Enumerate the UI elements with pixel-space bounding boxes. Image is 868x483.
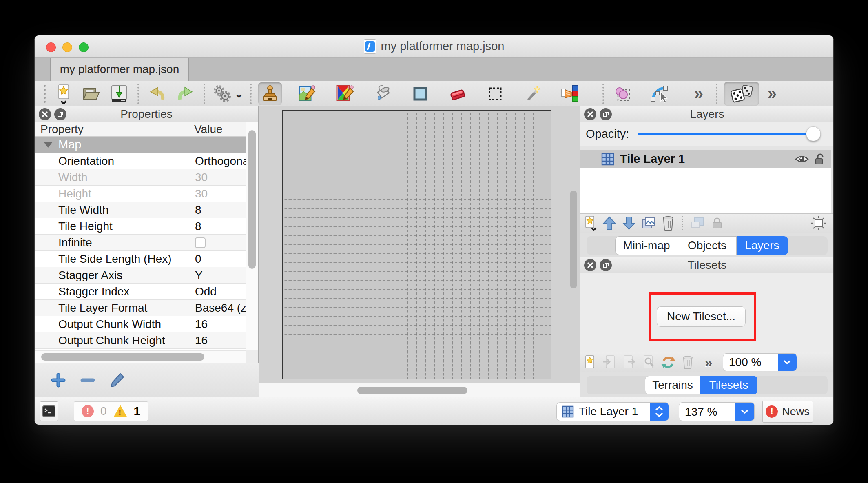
execute-commands-button[interactable]: ⌄ xyxy=(212,82,244,105)
pencil-icon xyxy=(109,372,125,388)
highlight-layers-button-disabled[interactable] xyxy=(688,214,707,232)
dropdown-button[interactable] xyxy=(778,354,797,371)
map-grid[interactable] xyxy=(282,110,551,379)
opacity-slider[interactable] xyxy=(638,126,817,141)
tab-layers[interactable]: Layers xyxy=(737,236,788,255)
property-row[interactable]: Stagger Index Odd xyxy=(35,284,246,300)
scrollbar-thumb[interactable] xyxy=(248,130,256,269)
save-map-button[interactable] xyxy=(107,82,131,105)
random-mode-toggle[interactable] xyxy=(724,82,759,106)
layer-unlocked-icon[interactable] xyxy=(815,153,825,165)
select-objects-tool[interactable] xyxy=(611,82,634,105)
property-row[interactable]: Output Chunk Width 16 xyxy=(35,316,246,332)
terrain-brush-tool[interactable] xyxy=(296,82,319,105)
highlight-current-layer-toggle[interactable] xyxy=(809,214,828,232)
new-tileset-button[interactable]: New Tileset... xyxy=(657,306,746,327)
export-tileset-button-disabled[interactable] xyxy=(619,353,639,371)
properties-vertical-scrollbar[interactable] xyxy=(246,122,258,350)
property-row[interactable]: Orientation Orthogonal xyxy=(35,153,246,169)
close-panel-button[interactable] xyxy=(39,108,51,120)
new-layer-button[interactable] xyxy=(580,214,600,232)
dropdown-button[interactable] xyxy=(735,403,754,421)
float-panel-button[interactable] xyxy=(600,259,612,271)
edit-tileset-button-disabled[interactable] xyxy=(639,353,658,371)
stepper-button[interactable] xyxy=(650,402,669,421)
properties-column-header: Property Value xyxy=(35,122,258,137)
stamp-brush-tool[interactable] xyxy=(258,82,282,105)
canvas-vertical-scrollbar[interactable] xyxy=(570,106,578,381)
tab-tilesets[interactable]: Tilesets xyxy=(700,376,757,394)
toolbar-overflow-button[interactable]: » xyxy=(686,82,709,105)
undo-button[interactable] xyxy=(146,82,169,105)
infinite-checkbox[interactable] xyxy=(195,237,206,248)
remove-tileset-button-disabled[interactable] xyxy=(678,353,698,371)
magic-wand-tool[interactable] xyxy=(521,82,545,105)
open-map-button[interactable] xyxy=(80,82,103,105)
layer-row-selected[interactable]: Tile Layer 1 xyxy=(580,150,831,168)
tilesets-toolbar-overflow[interactable]: » xyxy=(698,353,717,371)
property-row[interactable]: Tile Side Length (Hex) 0 xyxy=(35,251,246,267)
tab-objects[interactable]: Objects xyxy=(678,236,737,255)
reload-tileset-button[interactable] xyxy=(658,353,678,371)
float-panel-button[interactable] xyxy=(54,108,66,120)
new-tileset-toolbar-button[interactable] xyxy=(580,353,600,371)
current-layer-select[interactable]: Tile Layer 1 xyxy=(556,402,669,421)
slider-track[interactable] xyxy=(638,133,817,135)
duplicate-layer-button[interactable] xyxy=(639,214,658,232)
issues-counter[interactable]: ! 0 ! 1 xyxy=(74,401,148,421)
layer-visible-eye-icon[interactable] xyxy=(795,154,809,164)
scrollbar-thumb[interactable] xyxy=(41,353,204,361)
redo-button[interactable] xyxy=(173,82,197,105)
property-row[interactable]: Stagger Axis Y xyxy=(35,267,246,284)
tilesets-panel-header: Tilesets xyxy=(580,257,834,273)
title-bar[interactable]: my platformer map.json xyxy=(35,35,833,58)
lock-layer-button-disabled[interactable] xyxy=(707,214,727,232)
map-canvas[interactable] xyxy=(259,106,580,397)
delete-layer-button[interactable] xyxy=(658,214,678,232)
remove-property-button[interactable] xyxy=(79,371,97,389)
console-toggle-button[interactable] xyxy=(40,401,58,421)
toolbar-drag-handle[interactable] xyxy=(44,85,46,103)
collapse-triangle-icon[interactable] xyxy=(44,142,53,148)
minimize-window-button[interactable] xyxy=(62,42,72,52)
open-folder-icon xyxy=(82,86,101,102)
close-window-button[interactable] xyxy=(46,42,56,52)
edit-property-button[interactable] xyxy=(108,371,126,389)
canvas-horizontal-scrollbar[interactable] xyxy=(259,383,580,397)
bucket-fill-tool[interactable] xyxy=(371,82,394,105)
document-tab-active[interactable]: my platformer map.json xyxy=(50,58,189,81)
lower-layer-button[interactable] xyxy=(619,214,639,232)
add-property-button[interactable] xyxy=(49,371,67,389)
tab-mini-map[interactable]: Mini-map xyxy=(615,236,678,255)
tab-terrains[interactable]: Terrains xyxy=(645,376,700,394)
close-panel-button[interactable] xyxy=(584,259,596,271)
rectangular-select-tool[interactable] xyxy=(483,82,507,105)
property-row[interactable]: Infinite xyxy=(35,235,246,251)
chevron-down-icon xyxy=(655,412,663,417)
select-same-tile-tool[interactable] xyxy=(558,82,582,105)
properties-horizontal-scrollbar[interactable] xyxy=(35,350,246,363)
shape-fill-tool[interactable] xyxy=(408,82,432,105)
zoom-window-button[interactable] xyxy=(79,42,89,52)
property-row[interactable]: Tile Layer Format Base64 (zlib compresse… xyxy=(35,300,246,316)
eraser-tool[interactable] xyxy=(446,82,469,105)
property-group-map[interactable]: Map xyxy=(35,137,246,153)
close-panel-button[interactable] xyxy=(584,108,596,120)
raise-layer-button[interactable] xyxy=(600,214,619,232)
embed-tileset-button-disabled[interactable] xyxy=(600,353,619,371)
news-button[interactable]: ! News xyxy=(762,401,813,423)
property-row[interactable]: Tile Width 8 xyxy=(35,202,246,218)
toolbar-overflow-button-2[interactable]: » xyxy=(759,82,783,105)
tileset-zoom-select[interactable]: 100 % xyxy=(723,353,797,371)
property-row[interactable]: Tile Height 8 xyxy=(35,218,246,235)
edit-polygons-tool[interactable] xyxy=(648,82,672,105)
new-map-button[interactable] xyxy=(52,82,75,105)
property-row[interactable]: Output Chunk Height 16 xyxy=(35,332,246,349)
map-zoom-select[interactable]: 137 % xyxy=(679,402,755,421)
app-window: my platformer map.json my platformer map… xyxy=(34,35,834,425)
slider-knob[interactable] xyxy=(806,126,821,141)
scrollbar-thumb[interactable] xyxy=(570,191,577,288)
scrollbar-thumb[interactable] xyxy=(357,387,467,394)
terrain-set-tool[interactable] xyxy=(333,82,357,105)
float-panel-button[interactable] xyxy=(600,108,612,120)
